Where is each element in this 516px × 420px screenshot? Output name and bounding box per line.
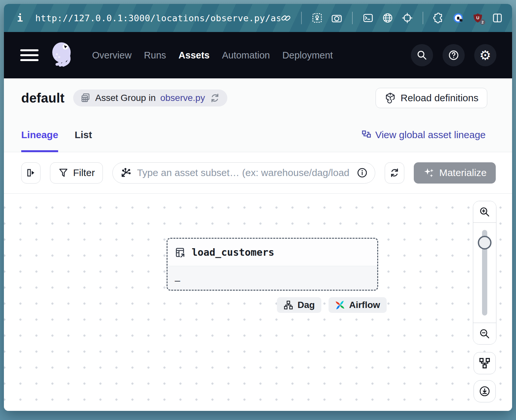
zoom-in-icon bbox=[479, 206, 490, 218]
tag-dag-label: Dag bbox=[298, 300, 315, 310]
link-icon[interactable] bbox=[280, 12, 291, 24]
svg-text:U: U bbox=[476, 15, 479, 20]
reload-definitions-button[interactable]: Reload definitions bbox=[376, 88, 488, 108]
nav-item-assets[interactable]: Assets bbox=[179, 50, 210, 61]
browser-window: i http://127.0.0.1:3000/locations/observ… bbox=[4, 4, 512, 411]
download-icon bbox=[479, 385, 491, 397]
nav-item-runs[interactable]: Runs bbox=[144, 50, 166, 61]
asset-graph-icon bbox=[121, 167, 132, 178]
primary-nav: Overview Runs Assets Automation Deployme… bbox=[92, 50, 333, 61]
table-copy-icon bbox=[80, 93, 91, 103]
gear-icon[interactable]: ⚙ bbox=[474, 44, 496, 66]
tag-dag[interactable]: Dag bbox=[277, 297, 321, 313]
tab-bar: Lineage List View global asset lineage bbox=[4, 118, 512, 152]
page-title: default bbox=[21, 91, 65, 105]
menu-icon[interactable] bbox=[20, 49, 39, 61]
zoom-control-panel bbox=[473, 201, 496, 345]
view-global-asset-lineage-link[interactable]: View global asset lineage bbox=[362, 129, 486, 140]
toolbar-separator bbox=[423, 12, 423, 24]
tab-lineage[interactable]: Lineage bbox=[21, 118, 58, 152]
terminal-icon[interactable] bbox=[363, 12, 374, 24]
asset-node-name: load_customers bbox=[192, 247, 274, 258]
page-info-icon[interactable]: i bbox=[17, 12, 23, 24]
help-icon[interactable] bbox=[443, 44, 465, 66]
crosshair-icon[interactable] bbox=[402, 12, 413, 24]
zoom-slider-thumb[interactable] bbox=[478, 236, 492, 250]
rearrange-layout-button[interactable] bbox=[474, 352, 496, 374]
puzzle-icon[interactable] bbox=[433, 12, 444, 24]
zoom-out-icon bbox=[479, 328, 490, 339]
dagster-logo[interactable] bbox=[48, 40, 77, 70]
dag-icon bbox=[283, 300, 293, 310]
globe-icon[interactable] bbox=[382, 12, 393, 24]
camera-icon[interactable] bbox=[331, 12, 342, 24]
nav-item-overview[interactable]: Overview bbox=[92, 50, 132, 61]
external-table-icon bbox=[174, 247, 186, 258]
asset-group-badge: Asset Group in observe.py bbox=[73, 89, 227, 106]
materialize-button[interactable]: Materialize bbox=[414, 162, 496, 184]
airflow-icon bbox=[335, 300, 345, 310]
toolbar-separator bbox=[301, 12, 302, 24]
zoom-in-button[interactable] bbox=[473, 201, 496, 223]
refresh-icon bbox=[389, 168, 400, 178]
shield-icon[interactable]: U 2 bbox=[472, 12, 483, 24]
lineage-canvas[interactable]: load_customers – Dag bbox=[4, 194, 512, 411]
nav-item-deployment[interactable]: Deployment bbox=[282, 50, 333, 61]
tab-list[interactable]: List bbox=[74, 118, 92, 152]
split-view-icon[interactable] bbox=[492, 12, 503, 24]
asset-group-file-link[interactable]: observe.py bbox=[160, 93, 205, 103]
toolbar-separator bbox=[352, 12, 353, 24]
filter-button[interactable]: Filter bbox=[50, 162, 103, 184]
download-image-button[interactable] bbox=[474, 380, 496, 402]
asset-subset-input[interactable] bbox=[137, 167, 351, 178]
filter-label: Filter bbox=[73, 167, 95, 178]
lineage-graph-icon bbox=[362, 130, 371, 140]
asset-group-label: Asset Group in bbox=[95, 93, 156, 103]
password-manager-icon[interactable] bbox=[453, 12, 464, 24]
asset-subset-search[interactable] bbox=[112, 162, 375, 184]
search-icon[interactable] bbox=[411, 44, 433, 66]
asset-node-meta: – bbox=[175, 275, 180, 286]
filter-funnel-icon bbox=[58, 168, 69, 178]
asset-tag-row: Dag Airflow bbox=[277, 297, 387, 313]
extension-badge: 2 bbox=[480, 19, 485, 25]
materialize-label: Materialize bbox=[439, 167, 487, 178]
app-navbar: Overview Runs Assets Automation Deployme… bbox=[4, 32, 512, 78]
photo-icon[interactable] bbox=[312, 12, 323, 24]
reload-cube-icon bbox=[384, 92, 396, 104]
panel-expand-icon bbox=[25, 168, 36, 178]
nav-item-automation[interactable]: Automation bbox=[222, 50, 270, 61]
graph-layout-icon bbox=[479, 357, 491, 369]
zoom-out-button[interactable] bbox=[473, 323, 496, 344]
tag-airflow-label: Airflow bbox=[349, 300, 380, 310]
url-text[interactable]: http://127.0.0.1:3000/locations/observe.… bbox=[35, 13, 280, 23]
browser-address-bar: i http://127.0.0.1:3000/locations/observ… bbox=[4, 4, 512, 32]
page-header: default Asset Group in observe.py R bbox=[4, 78, 512, 118]
sync-icon[interactable] bbox=[210, 93, 220, 103]
sparkles-icon bbox=[423, 167, 435, 179]
info-icon[interactable] bbox=[357, 167, 368, 178]
asset-node-load-customers[interactable]: load_customers – bbox=[167, 238, 378, 291]
tag-airflow[interactable]: Airflow bbox=[329, 297, 387, 313]
lineage-toolbar: Filter bbox=[4, 152, 512, 194]
zoom-slider[interactable] bbox=[473, 223, 496, 323]
refresh-graph-button[interactable] bbox=[385, 162, 404, 184]
reload-definitions-label: Reload definitions bbox=[401, 92, 479, 104]
expand-panel-button[interactable] bbox=[21, 162, 40, 184]
